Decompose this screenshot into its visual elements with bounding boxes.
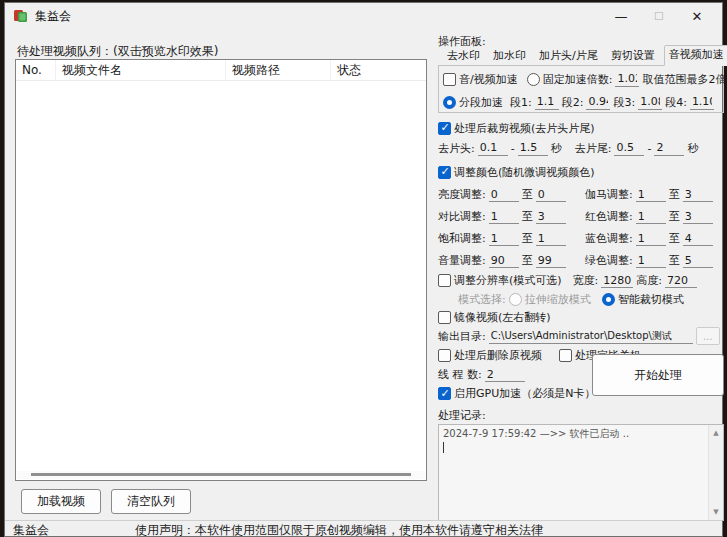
volume-to-input[interactable]: [536, 253, 566, 268]
trim-tail-label: 去片尾:: [575, 141, 612, 156]
gpu-label: 启用GPU加速（必须是N卡）: [454, 386, 595, 401]
threads-label: 线 程 数:: [438, 367, 482, 382]
scroll-down-icon[interactable]: ▼: [713, 508, 718, 516]
tab-av-speed[interactable]: 音视频加速: [664, 45, 727, 66]
to-label: 至: [669, 187, 680, 202]
queue-label: 待处理视频队列：(双击预览水印效果): [17, 43, 218, 60]
gamma-from-input[interactable]: [636, 187, 666, 202]
log-box[interactable]: 2024-7-9 17:59:42 —>> 软件已启动 .. ▲ ▼: [438, 424, 724, 521]
segment4-label: 段4:: [665, 95, 687, 110]
clear-queue-button[interactable]: 清空队列: [111, 489, 191, 514]
contrast-to-input[interactable]: [536, 209, 566, 224]
tab-cut-settings[interactable]: 剪切设置: [607, 47, 659, 65]
to-label: 至: [669, 231, 680, 246]
title-bar: 集益会 — ☐ ✕: [5, 3, 722, 29]
scroll-up-icon[interactable]: ▲: [713, 429, 718, 437]
segment3-label: 段3:: [613, 95, 635, 110]
speed-tab-panel: 音/视频加速 固定加速倍数: 取值范围最多2倍 分段加速 段1: 段2: 段3:…: [438, 65, 724, 113]
column-filename[interactable]: 视频文件名: [56, 60, 226, 80]
red-from-input[interactable]: [636, 209, 666, 224]
queue-header: No. 视频文件名 视频路径 状态: [16, 60, 426, 81]
resolution-label: 调整分辨率(模式可选): [454, 273, 562, 288]
segment2-label: 段2:: [562, 95, 584, 110]
log-label: 处理记录:: [438, 408, 724, 424]
brightness-from-input[interactable]: [489, 187, 519, 202]
width-input[interactable]: [601, 273, 633, 288]
trim-dash2: -: [647, 142, 651, 155]
load-videos-button[interactable]: 加载视频: [21, 489, 101, 514]
tab-add-watermark[interactable]: 加水印: [489, 47, 530, 65]
column-no[interactable]: No.: [16, 60, 56, 80]
gamma-label: 伽马调整:: [585, 187, 633, 202]
saturation-to-input[interactable]: [536, 231, 566, 246]
delete-original-checkbox[interactable]: [438, 349, 451, 362]
red-to-input[interactable]: [683, 209, 713, 224]
av-speed-checkbox[interactable]: [443, 73, 456, 86]
trim-tail-from-input[interactable]: [614, 141, 644, 156]
blue-label: 蓝色调整:: [585, 231, 633, 246]
gamma-to-input[interactable]: [683, 187, 713, 202]
height-input[interactable]: [665, 273, 697, 288]
threads-input[interactable]: [485, 367, 525, 382]
green-to-input[interactable]: [683, 253, 713, 268]
to-label: 至: [669, 209, 680, 224]
contrast-from-input[interactable]: [489, 209, 519, 224]
trim-tail-to-input[interactable]: [654, 141, 684, 156]
browse-button[interactable]: ...: [696, 327, 720, 345]
stretch-mode-radio[interactable]: [509, 293, 522, 306]
to-label: 至: [522, 187, 533, 202]
trim-dash: -: [511, 142, 515, 155]
segment4-input[interactable]: [690, 95, 714, 110]
segment3-input[interactable]: [638, 95, 662, 110]
mirror-checkbox[interactable]: [438, 311, 451, 324]
fixed-speed-label: 固定加速倍数:: [543, 72, 613, 87]
window-controls: — ☐ ✕: [602, 5, 716, 27]
close-icon[interactable]: ✕: [678, 5, 716, 27]
blue-from-input[interactable]: [636, 231, 666, 246]
trim-checkbox[interactable]: [438, 122, 451, 135]
smart-crop-radio[interactable]: [602, 293, 615, 306]
trim-head-from-input[interactable]: [478, 141, 508, 156]
segment2-input[interactable]: [586, 95, 610, 110]
horizontal-scrollbar[interactable]: [17, 471, 425, 479]
red-label: 红色调整:: [585, 209, 633, 224]
operation-panel: 操作面板: 去水印 加水印 加片头/片尾 剪切设置 音视频加速 音/视频加速 固…: [438, 34, 724, 521]
column-path[interactable]: 视频路径: [226, 60, 331, 80]
segment-speed-radio[interactable]: [443, 96, 456, 109]
maximize-icon[interactable]: ☐: [640, 5, 678, 27]
to-label: 至: [522, 209, 533, 224]
tab-remove-watermark[interactable]: 去水印: [443, 47, 484, 65]
blue-to-input[interactable]: [683, 231, 713, 246]
gpu-checkbox[interactable]: [438, 387, 451, 400]
column-status[interactable]: 状态: [331, 60, 426, 80]
queue-rows-empty: [16, 81, 426, 470]
av-speed-label: 音/视频加速: [459, 72, 518, 87]
brightness-to-input[interactable]: [536, 187, 566, 202]
shutdown-checkbox[interactable]: [559, 349, 572, 362]
trim-label: 处理后裁剪视频(去片头片尾): [454, 121, 595, 136]
fixed-speed-input[interactable]: [615, 72, 639, 87]
fixed-speed-radio[interactable]: [527, 73, 540, 86]
saturation-from-input[interactable]: [489, 231, 519, 246]
tab-intro-outro[interactable]: 加片头/片尾: [535, 47, 602, 65]
trim-head-to-input[interactable]: [518, 141, 548, 156]
fixed-speed-hint: 取值范围最多2倍: [642, 72, 726, 87]
volume-from-input[interactable]: [489, 253, 519, 268]
options-block: 处理后删除原视频 处理完毕关机 线 程 数: 启用GPU加速（必须是N卡） 开始…: [438, 346, 724, 403]
height-label: 高度:: [636, 273, 662, 288]
horizontal-scrollbar-thumb[interactable]: [31, 473, 411, 476]
start-processing-button[interactable]: 开始处理: [592, 354, 724, 396]
minimize-icon[interactable]: —: [602, 5, 640, 27]
log-scrollbar[interactable]: ▲ ▼: [708, 425, 723, 520]
mode-select-label: 模式选择:: [458, 292, 506, 307]
output-dir-label: 输出目录:: [438, 329, 486, 344]
segment1-input[interactable]: [535, 95, 559, 110]
green-from-input[interactable]: [636, 253, 666, 268]
app-window: 集益会 — ☐ ✕ 待处理视频队列：(双击预览水印效果) No. 视频文件名 视…: [4, 2, 723, 537]
queue-listbox[interactable]: No. 视频文件名 视频路径 状态: [15, 59, 427, 481]
resolution-checkbox[interactable]: [438, 274, 451, 287]
color-adjust-checkbox[interactable]: [438, 166, 451, 179]
color-adjust-grid: 亮度调整:至 伽马调整:至 对比调整:至 红色调整:至 饱和调整:至 蓝色调整:…: [438, 185, 724, 270]
output-dir-input[interactable]: [489, 329, 693, 344]
segment-speed-label: 分段加速: [459, 95, 503, 110]
